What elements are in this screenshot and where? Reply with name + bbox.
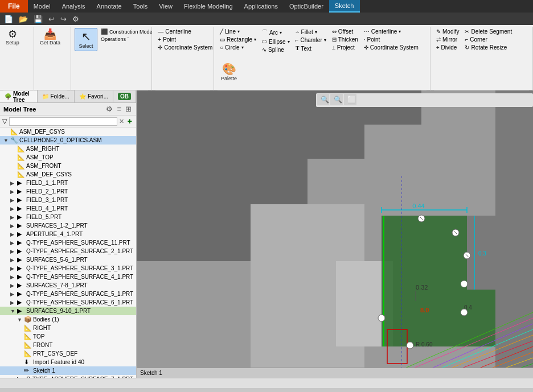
chamfer-dropdown[interactable]: ▾ xyxy=(324,38,326,43)
centerline-btn[interactable]: — Centerline xyxy=(155,28,215,35)
tree-arrow[interactable]: ▶ xyxy=(10,266,17,271)
tab-ob[interactable]: OB xyxy=(113,90,136,102)
menu-tools[interactable]: Tools xyxy=(128,0,154,13)
delete-segment-btn[interactable]: ✂ Delete Segment xyxy=(462,28,514,35)
tree-item-q_asphere_11[interactable]: ▶▶Q-TYPE_ASPHERE_SURFACE_11.PRT xyxy=(0,238,136,247)
palette-button[interactable]: 🎨 Palette xyxy=(218,55,240,89)
tab-favorites[interactable]: ⭐ Favori... xyxy=(75,90,113,102)
tree-arrow[interactable]: ▶ xyxy=(10,223,17,229)
tree-arrow[interactable]: ▶ xyxy=(10,240,17,246)
tree-settings-btn[interactable]: ⚙ xyxy=(105,105,114,113)
operations-btn[interactable]: Operations ` xyxy=(99,36,155,43)
ellipse-btn[interactable]: ⬭ Ellipse ▾ xyxy=(260,38,292,46)
tree-item-surfaces_5[interactable]: ▶▶SURFACES_5-6_1.PRT xyxy=(0,255,136,264)
tree-item-prt_csys[interactable]: 📐PRT_CSYS_DEF xyxy=(0,349,136,358)
select-button[interactable]: ↖ Select xyxy=(75,28,97,51)
construction-mode-btn[interactable]: ⬛ Construction Mode xyxy=(99,28,155,35)
arc-dropdown[interactable]: ▾ xyxy=(280,30,282,35)
spline-btn[interactable]: ∿ Spline xyxy=(260,46,292,53)
fillet-btn[interactable]: ⌢ Fillet ▾ xyxy=(293,28,329,36)
setup-button[interactable]: ⚙ Setup xyxy=(3,28,22,47)
rectangle-btn[interactable]: ▭ Rectangle ▾ xyxy=(218,36,259,43)
centerline2-btn[interactable]: ⋯ Centerline ▾ xyxy=(362,28,421,35)
tree-arrow[interactable]: ▶ xyxy=(10,274,17,280)
tree-item-asm_right[interactable]: 📐ASM_RIGHT xyxy=(0,145,136,153)
tree-arrow[interactable]: ▶ xyxy=(10,206,17,212)
tree-arrow[interactable]: ▼ xyxy=(3,138,10,143)
point-datum-btn[interactable]: + Point xyxy=(155,36,215,43)
tab-model-tree[interactable]: 🌳 Model Tree xyxy=(0,90,38,102)
menu-opticsbuilder[interactable]: OpticBuilder xyxy=(284,0,329,13)
offset-btn[interactable]: ⇔ Offset xyxy=(330,28,360,35)
menu-flexible-modeling[interactable]: Flexible Modeling xyxy=(178,0,239,13)
search-clear-btn[interactable]: ✕ xyxy=(117,118,126,125)
tree-item-q_asphere_61[interactable]: ▶▶Q-TYPE_ASPHERE_SURFACE_6_1.PRT xyxy=(0,298,136,307)
corner-btn[interactable]: ⌐ Corner xyxy=(462,36,514,43)
tree-arrow[interactable]: ▶ xyxy=(10,197,17,203)
divide-btn[interactable]: ÷ Divide xyxy=(434,44,461,51)
tree-item-front[interactable]: 📐FRONT xyxy=(0,341,136,349)
tree-item-asm_def_csys[interactable]: 📐ASM_DEF_CSYS xyxy=(0,170,136,179)
qa-new[interactable]: 📄 xyxy=(2,14,15,24)
fillet-dropdown[interactable]: ▾ xyxy=(315,30,317,35)
tree-item-top[interactable]: 📐TOP xyxy=(0,332,136,341)
point-sketch-btn[interactable]: · Point xyxy=(362,36,421,43)
menu-file[interactable]: File xyxy=(0,0,28,13)
viewport[interactable]: 0.44 0.3 0.32 8.0 R 0.60 0.4 130.00 xyxy=(137,90,533,378)
tree-item-field_5[interactable]: ▶▶FIELD_5.PRT xyxy=(0,213,136,221)
tree-item-asm_def[interactable]: 📐ASM_DEF_CSYS xyxy=(0,127,136,136)
tree-arrow[interactable]: ▼ xyxy=(17,317,24,323)
tree-columns-btn[interactable]: ⊞ xyxy=(124,105,133,113)
qa-save[interactable]: 💾 xyxy=(32,14,44,24)
qa-settings[interactable]: ⚙ xyxy=(71,14,81,24)
qa-undo[interactable]: ↩ xyxy=(47,14,56,24)
rectangle-dropdown[interactable]: ▾ xyxy=(254,37,256,42)
tree-arrow[interactable]: ▶ xyxy=(10,283,17,288)
circle-btn[interactable]: ○ Circle ▾ xyxy=(218,44,259,51)
menu-view[interactable]: View xyxy=(153,0,178,13)
centerline2-dropdown[interactable]: ▾ xyxy=(399,29,401,34)
menu-sketch[interactable]: Sketch xyxy=(329,0,360,13)
menu-applications[interactable]: Applications xyxy=(239,0,284,13)
tree-item-asm_top[interactable]: 📐ASM_TOP xyxy=(0,153,136,162)
search-input[interactable] xyxy=(9,117,117,126)
tree-arrow[interactable]: ▶ xyxy=(10,257,17,263)
tree-item-field_2[interactable]: ▶▶FIELD_2_1.PRT xyxy=(0,187,136,196)
search-add-btn[interactable]: + xyxy=(126,117,134,126)
tree-arrow[interactable]: ▶ xyxy=(10,377,17,378)
menu-annotate[interactable]: Annotate xyxy=(91,0,128,13)
tree-item-surfaces_7[interactable]: ▶▶SURFACES_7-8_1.PRT xyxy=(0,281,136,290)
thicken-btn[interactable]: ⊟ Thicken xyxy=(330,36,360,43)
rotate-resize-btn[interactable]: ↻ Rotate Resize xyxy=(462,44,514,51)
tree-item-surfaces_9[interactable]: ▼▶SURFACES_9-10_1.PRT xyxy=(0,307,136,315)
tree-arrow[interactable]: ▶ xyxy=(10,214,17,220)
tree-item-cellphone[interactable]: ▼🔧CELLPHONE2_0_OPTICS.ASM xyxy=(0,136,136,145)
line-btn[interactable]: ╱ Line ▾ xyxy=(218,28,259,35)
tree-item-bodies[interactable]: ▼📦Bodies (1) xyxy=(0,315,136,324)
qa-redo[interactable]: ↪ xyxy=(59,14,68,24)
getdata-button[interactable]: 📥 Get Data xyxy=(38,28,63,47)
qa-open[interactable]: 📂 xyxy=(17,14,30,24)
tree-item-aperture[interactable]: ▶▶APERTURE_4_1.PRT xyxy=(0,230,136,238)
tree-item-right[interactable]: 📐RIGHT xyxy=(0,324,136,332)
tab-folder[interactable]: 📁 Folde... xyxy=(38,90,75,102)
tree-item-q_asphere_41[interactable]: ▶▶Q-TYPE_ASPHERE_SURFACE_4_1.PRT xyxy=(0,273,136,281)
coord-system-datum-btn[interactable]: ✛ Coordinate System xyxy=(155,44,215,51)
tree-item-sketch1[interactable]: ✏Sketch 1 xyxy=(0,366,136,375)
tree-item-q_asphere_21[interactable]: ▶▶Q-TYPE_ASPHERE_SURFACE_2_1.PRT xyxy=(0,247,136,255)
tree-arrow[interactable]: ▶ xyxy=(10,180,17,186)
menu-model[interactable]: Model xyxy=(28,0,56,13)
coord-system-sketch-btn[interactable]: ✛ Coordinate System xyxy=(362,44,421,51)
ellipse-dropdown[interactable]: ▾ xyxy=(288,39,290,44)
arc-btn[interactable]: ⌒ Arc ▾ xyxy=(260,28,292,37)
tree-item-field_1[interactable]: ▶▶FIELD_1_1.PRT xyxy=(0,179,136,187)
tree-item-asm_front[interactable]: 📐ASM_FRONT xyxy=(0,162,136,170)
mirror-btn[interactable]: ⇌ Mirror xyxy=(434,36,461,43)
chamfer-btn[interactable]: ⌐ Chamfer ▾ xyxy=(293,36,329,44)
tree-arrow[interactable]: ▶ xyxy=(10,291,17,297)
tree-arrow[interactable]: ▶ xyxy=(10,232,17,237)
project-btn[interactable]: ⟂ Project xyxy=(330,44,360,51)
tree-item-field_4[interactable]: ▶▶FIELD_4_1.PRT xyxy=(0,204,136,213)
tree-item-q_asphere_31[interactable]: ▶▶Q-TYPE_ASPHERE_SURFACE_3_1.PRT xyxy=(0,264,136,273)
menu-analysis[interactable]: Analysis xyxy=(56,0,91,13)
